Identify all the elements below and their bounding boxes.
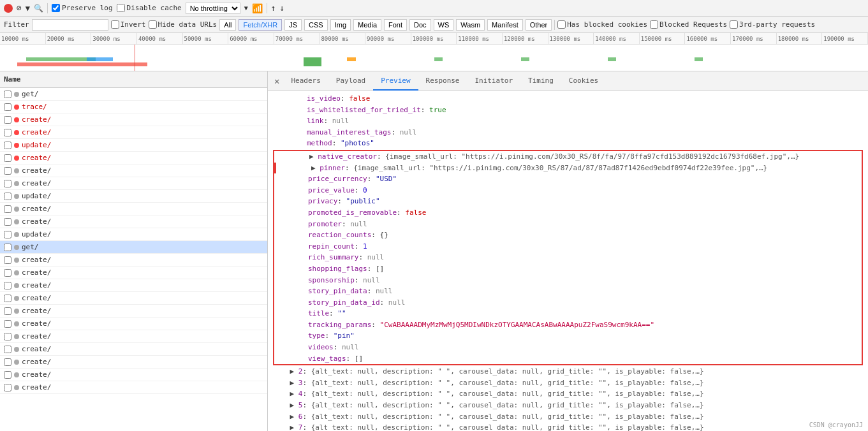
filter-css-btn[interactable]: CSS bbox=[304, 19, 328, 31]
invert-checkbox[interactable]: Invert bbox=[111, 20, 146, 29]
list-item[interactable]: create/ bbox=[0, 152, 267, 164]
request-name: get/ bbox=[22, 90, 39, 98]
request-name: create/ bbox=[22, 154, 51, 162]
list-item[interactable]: create/ bbox=[0, 279, 267, 292]
filter-manifest-btn[interactable]: Manifest bbox=[487, 19, 523, 31]
request-status-dot bbox=[14, 130, 19, 135]
request-name: create/ bbox=[22, 166, 51, 175]
filter-xhr-btn[interactable]: Fetch/XHR bbox=[239, 19, 282, 31]
list-item[interactable]: trace/ bbox=[0, 101, 267, 113]
list-item[interactable]: create/ bbox=[0, 164, 267, 177]
tab-response[interactable]: Response bbox=[418, 71, 467, 91]
timeline-tick: 110000 ms bbox=[457, 33, 503, 44]
filter-other-btn[interactable]: Other bbox=[526, 19, 552, 31]
filter-img-btn[interactable]: Img bbox=[330, 19, 351, 31]
list-item[interactable]: create/ bbox=[0, 343, 267, 356]
list-item[interactable]: create/ bbox=[0, 292, 267, 305]
upload-icon[interactable]: ↑ bbox=[271, 3, 276, 13]
request-name: create/ bbox=[22, 345, 51, 353]
request-name: create/ bbox=[22, 281, 51, 289]
request-status-dot bbox=[14, 321, 19, 326]
request-status-dot bbox=[14, 372, 19, 377]
request-name: create/ bbox=[22, 179, 51, 187]
tab-initiator[interactable]: Initiator bbox=[467, 71, 521, 91]
stop-icon[interactable]: ⊘ bbox=[17, 3, 22, 13]
list-item[interactable]: update/ bbox=[0, 228, 267, 241]
tab-preview[interactable]: Preview bbox=[373, 71, 418, 91]
search-icon[interactable]: 🔍 bbox=[34, 4, 43, 13]
filter-ws-btn[interactable]: WS bbox=[434, 19, 454, 31]
list-item[interactable]: create/ bbox=[0, 369, 267, 381]
list-item[interactable]: create/ bbox=[0, 356, 267, 369]
filter-js-btn[interactable]: JS bbox=[284, 19, 302, 31]
json-line: type: "pin" bbox=[274, 330, 862, 342]
tab-timing[interactable]: Timing bbox=[520, 71, 561, 91]
filter-icon[interactable]: ▼ bbox=[26, 4, 30, 13]
request-list: get/trace/create/create/update/create/cr… bbox=[0, 88, 267, 431]
request-status-dot bbox=[14, 385, 19, 390]
filter-media-btn[interactable]: Media bbox=[353, 19, 381, 31]
timeline-tick: 40000 ms bbox=[137, 33, 183, 44]
list-item[interactable]: create/ bbox=[0, 113, 267, 126]
json-line: method: "photos" bbox=[273, 138, 863, 149]
list-item[interactable]: get/ bbox=[0, 241, 267, 254]
request-status-dot bbox=[14, 181, 19, 186]
request-status-dot bbox=[14, 283, 19, 288]
list-item[interactable]: create/ bbox=[0, 254, 267, 267]
record-icon[interactable] bbox=[4, 4, 13, 13]
throttle-arrow-icon[interactable]: ▼ bbox=[244, 4, 248, 11]
request-name: create/ bbox=[22, 217, 51, 226]
hide-data-urls-checkbox[interactable]: Hide data URLs bbox=[149, 20, 217, 29]
list-item[interactable]: create/ bbox=[0, 305, 267, 318]
request-name: create/ bbox=[22, 256, 51, 264]
tab-payload[interactable]: Payload bbox=[328, 71, 373, 91]
json-line: ▶ 5: {alt_text: null, description: " ", … bbox=[273, 400, 863, 411]
request-status-dot bbox=[14, 347, 19, 352]
close-tab-icon[interactable]: ✕ bbox=[270, 76, 283, 86]
download-icon[interactable]: ↓ bbox=[280, 3, 285, 13]
list-item[interactable]: create/ bbox=[0, 177, 267, 190]
request-status-dot bbox=[14, 270, 19, 275]
request-status-dot bbox=[14, 156, 19, 161]
request-name: trace/ bbox=[22, 103, 47, 111]
timeline-tick: 140000 ms bbox=[594, 33, 640, 44]
blocked-cookies-checkbox[interactable]: Has blocked cookies bbox=[557, 20, 647, 29]
list-item[interactable]: update/ bbox=[0, 190, 267, 203]
json-line: price_currency: "USD" bbox=[274, 173, 862, 185]
disable-cache-checkbox[interactable]: Disable cache bbox=[117, 4, 182, 12]
list-item[interactable]: get/ bbox=[0, 88, 267, 101]
timeline-tick: 190000 ms bbox=[822, 33, 868, 44]
request-status-dot bbox=[14, 92, 19, 97]
preview-content: is_video: false is_whitelisted_for_tried… bbox=[268, 91, 868, 431]
json-line: ▶ pinner: {image_small_url: "https://i.p… bbox=[274, 163, 862, 174]
blocked-requests-checkbox[interactable]: Blocked Requests bbox=[650, 20, 727, 29]
request-name: get/ bbox=[22, 243, 39, 251]
filter-input[interactable] bbox=[32, 19, 108, 31]
json-line: tracking_params: "CwABAAAADMyMzMwMjQ5MDI… bbox=[274, 319, 862, 331]
json-line: privacy: "public" bbox=[274, 196, 862, 207]
third-party-checkbox[interactable]: 3rd-party requests bbox=[730, 20, 815, 29]
list-item[interactable]: create/ bbox=[0, 318, 267, 330]
json-line: ▶ 4: {alt_text: null, description: " ", … bbox=[273, 388, 863, 400]
tab-headers[interactable]: Headers bbox=[283, 71, 328, 91]
timeline-tick: 10000 ms bbox=[0, 33, 46, 44]
list-item[interactable]: update/ bbox=[0, 139, 267, 152]
filter-doc-btn[interactable]: Doc bbox=[409, 19, 431, 31]
filter-font-btn[interactable]: Font bbox=[384, 19, 407, 31]
list-item[interactable]: create/ bbox=[0, 203, 267, 216]
filter-wasm-btn[interactable]: Wasm bbox=[456, 19, 485, 31]
list-item[interactable]: create/ bbox=[0, 381, 267, 394]
list-item[interactable]: create/ bbox=[0, 126, 267, 139]
list-item[interactable]: create/ bbox=[0, 267, 267, 279]
left-panel: Name get/trace/create/create/update/crea… bbox=[0, 71, 268, 431]
filter-all-btn[interactable]: All bbox=[219, 19, 236, 31]
json-line: manual_interest_tags: null bbox=[273, 127, 863, 138]
json-line: story_pin_data_id: null bbox=[274, 297, 862, 309]
throttle-select[interactable]: No throttling bbox=[186, 3, 240, 14]
network-icon[interactable]: 📶 bbox=[252, 3, 263, 13]
tab-cookies[interactable]: Cookies bbox=[561, 71, 606, 91]
list-item[interactable]: create/ bbox=[0, 216, 267, 228]
preserve-log-checkbox[interactable]: Preserve log bbox=[52, 4, 112, 12]
timeline-tick: 120000 ms bbox=[503, 33, 548, 44]
list-item[interactable]: create/ bbox=[0, 330, 267, 343]
